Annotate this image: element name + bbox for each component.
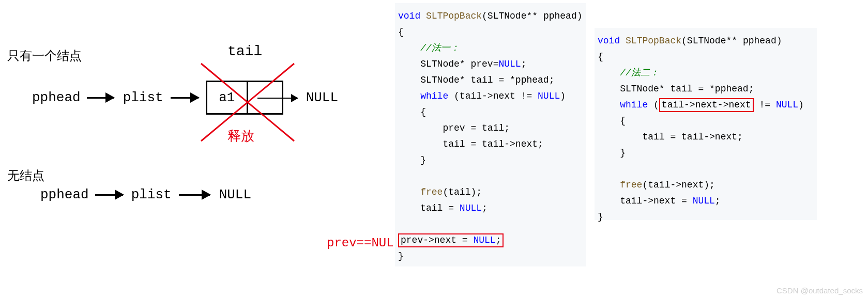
node-next-pointer bbox=[248, 82, 282, 113]
code-text: } bbox=[398, 251, 404, 261]
prev-equals-null-label: prev==NULL bbox=[327, 236, 401, 250]
code-text: { bbox=[598, 116, 626, 126]
linked-list-node: a1 bbox=[206, 81, 283, 115]
code-text: } bbox=[598, 148, 626, 158]
code-text: tail = bbox=[398, 203, 460, 213]
highlighted-code-box: prev->next = NULL; bbox=[398, 233, 504, 247]
code-function-name: SLTPopBack bbox=[626, 36, 681, 46]
code-keyword: while bbox=[620, 100, 648, 110]
code-keyword: void bbox=[598, 36, 620, 46]
pphead-label-1: pphead bbox=[32, 90, 81, 105]
code-block-method-2: void SLTPopBack(SLTNode** pphead) { //法二… bbox=[595, 28, 817, 220]
code-text: ) bbox=[560, 91, 566, 101]
code-text: tail->next = bbox=[598, 196, 693, 206]
code-text: SLTNode* tail = *pphead; bbox=[598, 84, 754, 94]
code-block-method-1: void SLTPopBack(SLTNode** pphead) { //法一… bbox=[395, 3, 586, 266]
code-function-name: free bbox=[420, 187, 443, 197]
code-text: ) bbox=[798, 100, 804, 110]
code-literal: NULL bbox=[776, 100, 798, 110]
arrow-icon bbox=[179, 194, 210, 196]
code-text: (tail->next); bbox=[642, 180, 714, 190]
null-label-1: NULL bbox=[306, 90, 338, 105]
arrow-icon bbox=[171, 97, 199, 99]
code-comment: //法一： bbox=[420, 43, 460, 53]
code-text: } bbox=[398, 155, 426, 165]
code-text: SLTNode* tail = *pphead; bbox=[398, 75, 554, 85]
code-keyword: void bbox=[398, 11, 420, 21]
null-label-2: NULL bbox=[219, 187, 251, 202]
code-function-name: free bbox=[620, 180, 642, 190]
plist-label-2: plist bbox=[131, 187, 172, 202]
code-function-name: SLTPopBack bbox=[426, 11, 482, 21]
plist-label-1: plist bbox=[123, 90, 163, 105]
code-text: } bbox=[598, 212, 603, 222]
code-literal: NULL bbox=[538, 91, 560, 101]
code-text bbox=[598, 180, 620, 190]
diagram-row-one-node: pphead plist a1 NULL bbox=[32, 81, 338, 115]
code-literal: NULL bbox=[460, 203, 482, 213]
code-literal: NULL bbox=[498, 59, 521, 69]
code-text: { bbox=[398, 107, 426, 117]
diagram-area: 只有一个结点 tail pphead plist a1 NULL 释放 无结点 … bbox=[0, 0, 393, 298]
code-text: ; bbox=[496, 235, 501, 245]
code-literal: NULL bbox=[473, 235, 495, 245]
code-text: prev->next = bbox=[401, 235, 473, 245]
title-one-node: 只有一个结点 bbox=[7, 48, 82, 64]
arrow-icon bbox=[257, 98, 298, 99]
code-text bbox=[398, 91, 420, 101]
release-label: 释放 bbox=[227, 127, 254, 145]
code-comment: //法二： bbox=[620, 68, 659, 78]
arrow-icon bbox=[87, 97, 114, 99]
code-text: (tail->next != bbox=[448, 91, 538, 101]
code-text: SLTNode* prev= bbox=[398, 59, 498, 69]
code-text: (SLTNode** pphead) bbox=[681, 36, 782, 46]
node-data: a1 bbox=[207, 82, 248, 113]
title-no-node: 无结点 bbox=[7, 167, 44, 184]
code-text: prev = tail; bbox=[398, 123, 510, 133]
code-text: (tail); bbox=[443, 187, 482, 197]
code-text: { bbox=[598, 52, 603, 62]
code-text: tail = tail->next; bbox=[598, 132, 743, 142]
code-text: != bbox=[754, 100, 776, 110]
diagram-row-no-node: pphead plist NULL bbox=[40, 187, 251, 202]
code-text: { bbox=[398, 27, 404, 37]
code-text: tail = tail->next; bbox=[398, 139, 543, 149]
code-text: ; bbox=[482, 203, 488, 213]
tail-label: tail bbox=[227, 43, 262, 59]
code-text: ( bbox=[648, 100, 659, 110]
code-text bbox=[598, 100, 620, 110]
highlighted-code-box: tail->next->next bbox=[659, 98, 754, 112]
watermark: CSDN @outdated_socks bbox=[776, 286, 863, 295]
code-text: (SLTNode** pphead) bbox=[482, 11, 582, 21]
code-text: ; bbox=[715, 196, 721, 206]
pphead-label-2: pphead bbox=[40, 187, 89, 202]
code-text bbox=[398, 187, 420, 197]
code-text: ; bbox=[521, 59, 527, 69]
code-literal: NULL bbox=[693, 196, 715, 206]
code-keyword: while bbox=[420, 91, 448, 101]
arrow-icon bbox=[95, 194, 123, 196]
